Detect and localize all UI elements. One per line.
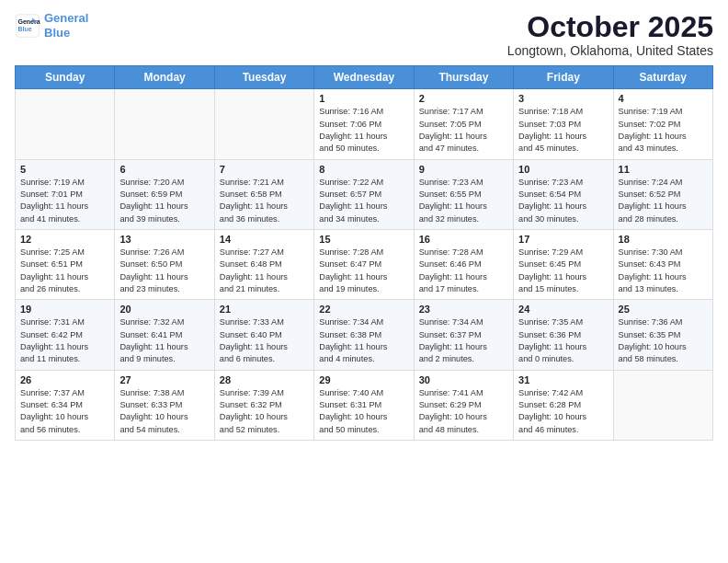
day-info: Sunrise: 7:28 AMSunset: 6:46 PMDaylight:… xyxy=(419,247,508,295)
day-number: 26 xyxy=(20,374,109,385)
calendar-cell: 10Sunrise: 7:23 AMSunset: 6:54 PMDayligh… xyxy=(514,159,613,229)
logo-text: General Blue xyxy=(44,11,88,40)
day-info: Sunrise: 7:24 AMSunset: 6:52 PMDaylight:… xyxy=(619,177,708,225)
calendar-cell: 3Sunrise: 7:18 AMSunset: 7:03 PMDaylight… xyxy=(514,89,613,159)
calendar-week-row: 19Sunrise: 7:31 AMSunset: 6:42 PMDayligh… xyxy=(16,300,713,370)
calendar-cell: 17Sunrise: 7:29 AMSunset: 6:45 PMDayligh… xyxy=(514,229,613,299)
day-number: 28 xyxy=(220,374,309,385)
day-of-week-header: Monday xyxy=(115,66,214,89)
calendar-cell: 4Sunrise: 7:19 AMSunset: 7:02 PMDaylight… xyxy=(613,89,712,159)
day-number: 18 xyxy=(619,234,708,245)
calendar-cell: 31Sunrise: 7:42 AMSunset: 6:28 PMDayligh… xyxy=(514,370,613,440)
day-number: 9 xyxy=(419,164,508,175)
day-info: Sunrise: 7:34 AMSunset: 6:37 PMDaylight:… xyxy=(419,316,508,365)
calendar-cell xyxy=(115,89,214,159)
calendar-cell: 16Sunrise: 7:28 AMSunset: 6:46 PMDayligh… xyxy=(414,229,513,299)
day-number: 8 xyxy=(319,164,408,175)
svg-text:General: General xyxy=(18,18,41,25)
day-of-week-header: Friday xyxy=(514,66,613,89)
day-number: 3 xyxy=(518,93,608,104)
day-info: Sunrise: 7:33 AMSunset: 6:40 PMDaylight:… xyxy=(220,316,309,365)
day-info: Sunrise: 7:18 AMSunset: 7:03 PMDaylight:… xyxy=(518,106,608,155)
day-number: 22 xyxy=(319,304,408,315)
calendar-cell xyxy=(214,89,313,159)
day-info: Sunrise: 7:27 AMSunset: 6:48 PMDaylight:… xyxy=(220,247,309,295)
page-title: October 2025 xyxy=(507,11,713,43)
day-of-week-header: Tuesday xyxy=(214,66,313,89)
logo: General Blue General Blue xyxy=(15,11,88,40)
day-number: 11 xyxy=(619,164,708,175)
day-number: 14 xyxy=(220,234,309,245)
day-info: Sunrise: 7:40 AMSunset: 6:31 PMDaylight:… xyxy=(319,387,408,436)
calendar-cell: 14Sunrise: 7:27 AMSunset: 6:48 PMDayligh… xyxy=(214,229,313,299)
day-info: Sunrise: 7:26 AMSunset: 6:50 PMDaylight:… xyxy=(119,247,209,295)
day-number: 27 xyxy=(119,374,209,385)
day-number: 23 xyxy=(419,304,508,315)
header-row: SundayMondayTuesdayWednesdayThursdayFrid… xyxy=(16,66,713,89)
day-info: Sunrise: 7:17 AMSunset: 7:05 PMDaylight:… xyxy=(419,106,508,155)
day-number: 19 xyxy=(20,304,109,315)
day-info: Sunrise: 7:37 AMSunset: 6:34 PMDaylight:… xyxy=(20,387,109,436)
day-info: Sunrise: 7:31 AMSunset: 6:42 PMDaylight:… xyxy=(20,316,109,365)
calendar-cell: 28Sunrise: 7:39 AMSunset: 6:32 PMDayligh… xyxy=(214,370,313,440)
calendar: SundayMondayTuesdayWednesdayThursdayFrid… xyxy=(15,65,713,441)
day-info: Sunrise: 7:38 AMSunset: 6:33 PMDaylight:… xyxy=(119,387,209,436)
day-of-week-header: Wednesday xyxy=(314,66,414,89)
day-info: Sunrise: 7:42 AMSunset: 6:28 PMDaylight:… xyxy=(518,387,608,436)
calendar-cell: 23Sunrise: 7:34 AMSunset: 6:37 PMDayligh… xyxy=(414,300,513,370)
calendar-cell xyxy=(16,89,115,159)
day-number: 15 xyxy=(319,234,408,245)
day-info: Sunrise: 7:28 AMSunset: 6:47 PMDaylight:… xyxy=(319,247,408,295)
day-number: 29 xyxy=(319,374,408,385)
calendar-cell: 9Sunrise: 7:23 AMSunset: 6:55 PMDaylight… xyxy=(414,159,513,229)
calendar-cell xyxy=(613,370,712,440)
page-subtitle: Longtown, Oklahoma, United States xyxy=(507,43,713,58)
day-info: Sunrise: 7:41 AMSunset: 6:29 PMDaylight:… xyxy=(419,387,508,436)
day-info: Sunrise: 7:19 AMSunset: 7:01 PMDaylight:… xyxy=(20,177,109,225)
day-of-week-header: Thursday xyxy=(414,66,513,89)
day-number: 13 xyxy=(119,234,209,245)
calendar-cell: 15Sunrise: 7:28 AMSunset: 6:47 PMDayligh… xyxy=(314,229,414,299)
calendar-cell: 24Sunrise: 7:35 AMSunset: 6:36 PMDayligh… xyxy=(514,300,613,370)
svg-text:Blue: Blue xyxy=(18,26,32,32)
calendar-cell: 12Sunrise: 7:25 AMSunset: 6:51 PMDayligh… xyxy=(16,229,115,299)
calendar-cell: 27Sunrise: 7:38 AMSunset: 6:33 PMDayligh… xyxy=(115,370,214,440)
day-number: 1 xyxy=(319,93,408,104)
day-info: Sunrise: 7:39 AMSunset: 6:32 PMDaylight:… xyxy=(220,387,309,436)
calendar-cell: 29Sunrise: 7:40 AMSunset: 6:31 PMDayligh… xyxy=(314,370,414,440)
day-info: Sunrise: 7:16 AMSunset: 7:06 PMDaylight:… xyxy=(319,106,408,155)
calendar-cell: 22Sunrise: 7:34 AMSunset: 6:38 PMDayligh… xyxy=(314,300,414,370)
day-number: 16 xyxy=(419,234,508,245)
day-info: Sunrise: 7:19 AMSunset: 7:02 PMDaylight:… xyxy=(619,106,708,155)
calendar-cell: 6Sunrise: 7:20 AMSunset: 6:59 PMDaylight… xyxy=(115,159,214,229)
calendar-cell: 25Sunrise: 7:36 AMSunset: 6:35 PMDayligh… xyxy=(613,300,712,370)
calendar-cell: 2Sunrise: 7:17 AMSunset: 7:05 PMDaylight… xyxy=(414,89,513,159)
day-number: 6 xyxy=(119,164,209,175)
header: General Blue General Blue October 2025 L… xyxy=(15,11,713,58)
day-number: 10 xyxy=(518,164,608,175)
day-info: Sunrise: 7:32 AMSunset: 6:41 PMDaylight:… xyxy=(119,316,209,365)
day-number: 20 xyxy=(119,304,209,315)
calendar-cell: 20Sunrise: 7:32 AMSunset: 6:41 PMDayligh… xyxy=(115,300,214,370)
title-block: October 2025 Longtown, Oklahoma, United … xyxy=(507,11,713,58)
day-info: Sunrise: 7:23 AMSunset: 6:55 PMDaylight:… xyxy=(419,177,508,225)
calendar-week-row: 26Sunrise: 7:37 AMSunset: 6:34 PMDayligh… xyxy=(16,370,713,440)
calendar-header: SundayMondayTuesdayWednesdayThursdayFrid… xyxy=(16,66,713,89)
calendar-cell: 26Sunrise: 7:37 AMSunset: 6:34 PMDayligh… xyxy=(16,370,115,440)
day-info: Sunrise: 7:36 AMSunset: 6:35 PMDaylight:… xyxy=(619,316,708,365)
day-number: 31 xyxy=(518,374,608,385)
day-number: 24 xyxy=(518,304,608,315)
day-info: Sunrise: 7:25 AMSunset: 6:51 PMDaylight:… xyxy=(20,247,109,295)
day-info: Sunrise: 7:34 AMSunset: 6:38 PMDaylight:… xyxy=(319,316,408,365)
calendar-week-row: 12Sunrise: 7:25 AMSunset: 6:51 PMDayligh… xyxy=(16,229,713,299)
calendar-week-row: 1Sunrise: 7:16 AMSunset: 7:06 PMDaylight… xyxy=(16,89,713,159)
day-number: 4 xyxy=(619,93,708,104)
logo-line2: Blue xyxy=(44,26,70,40)
day-info: Sunrise: 7:29 AMSunset: 6:45 PMDaylight:… xyxy=(518,247,608,295)
day-info: Sunrise: 7:21 AMSunset: 6:58 PMDaylight:… xyxy=(220,177,309,225)
day-info: Sunrise: 7:35 AMSunset: 6:36 PMDaylight:… xyxy=(518,316,608,365)
calendar-cell: 18Sunrise: 7:30 AMSunset: 6:43 PMDayligh… xyxy=(613,229,712,299)
day-number: 2 xyxy=(419,93,508,104)
calendar-cell: 1Sunrise: 7:16 AMSunset: 7:06 PMDaylight… xyxy=(314,89,414,159)
logo-icon: General Blue xyxy=(15,13,40,39)
